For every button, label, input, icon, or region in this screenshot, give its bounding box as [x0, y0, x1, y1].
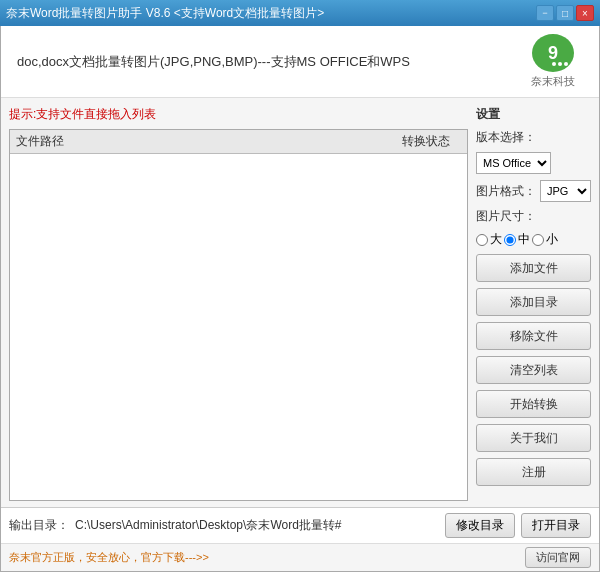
- size-label: 图片尺寸：: [476, 208, 536, 225]
- header-area: doc,docx文档批量转图片(JPG,PNG,BMP)---支持MS OFFI…: [1, 26, 599, 98]
- size-radio-group: 大 中 小: [476, 231, 591, 248]
- clear-list-button[interactable]: 清空列表: [476, 356, 591, 384]
- about-button[interactable]: 关于我们: [476, 424, 591, 452]
- size-small-option: 小: [532, 231, 558, 248]
- header-description: doc,docx文档批量转图片(JPG,PNG,BMP)---支持MS OFFI…: [17, 53, 513, 71]
- col-status-header: 转换状态: [391, 133, 461, 150]
- add-file-button[interactable]: 添加文件: [476, 254, 591, 282]
- format-label: 图片格式：: [476, 183, 536, 200]
- file-table: 文件路径 转换状态: [9, 129, 468, 501]
- output-path: C:\Users\Administrator\Desktop\奈末Word批量转…: [75, 517, 439, 534]
- size-medium-option: 中: [504, 231, 530, 248]
- window-controls: － □ ×: [536, 5, 594, 21]
- settings-label: 设置: [476, 106, 591, 123]
- body-area: 提示:支持文件直接拖入列表 文件路径 转换状态 设置 版本选择： MS Offi…: [1, 98, 599, 507]
- version-row: 版本选择：: [476, 129, 591, 146]
- info-bar: 奈末官方正版，安全放心，官方下载--->> 访问官网: [1, 543, 599, 571]
- size-large-label: 大: [490, 231, 502, 248]
- maximize-button[interactable]: □: [556, 5, 574, 21]
- logo-icon: 9: [532, 34, 574, 72]
- register-button[interactable]: 注册: [476, 458, 591, 486]
- col-filepath-header: 文件路径: [16, 133, 391, 150]
- title-bar: 奈末Word批量转图片助手 V8.6 <支持Word文档批量转图片> － □ ×: [0, 0, 600, 26]
- start-convert-button[interactable]: 开始转换: [476, 390, 591, 418]
- format-row: 图片格式： JPG PNG BMP: [476, 180, 591, 202]
- version-select[interactable]: MS Office WPS: [476, 152, 551, 174]
- logo-dot-2: [558, 62, 562, 66]
- window-title: 奈末Word批量转图片助手 V8.6 <支持Word文档批量转图片>: [6, 5, 536, 22]
- modify-dir-button[interactable]: 修改目录: [445, 513, 515, 538]
- version-label: 版本选择：: [476, 129, 536, 146]
- hint-text: 提示:支持文件直接拖入列表: [9, 104, 468, 125]
- close-button[interactable]: ×: [576, 5, 594, 21]
- table-body: [10, 154, 467, 500]
- table-header: 文件路径 转换状态: [10, 130, 467, 154]
- main-window: doc,docx文档批量转图片(JPG,PNG,BMP)---支持MS OFFI…: [0, 26, 600, 572]
- logo-number: 9: [548, 43, 558, 64]
- info-text: 奈末官方正版，安全放心，官方下载--->>: [9, 550, 209, 565]
- visit-website-button[interactable]: 访问官网: [525, 547, 591, 568]
- logo-dot-3: [564, 62, 568, 66]
- size-medium-radio[interactable]: [504, 234, 516, 246]
- output-label: 输出目录：: [9, 517, 69, 534]
- add-dir-button[interactable]: 添加目录: [476, 288, 591, 316]
- minimize-button[interactable]: －: [536, 5, 554, 21]
- logo-box: 9 奈末科技: [523, 34, 583, 89]
- logo-label: 奈末科技: [531, 74, 575, 89]
- remove-file-button[interactable]: 移除文件: [476, 322, 591, 350]
- logo-dots: [552, 62, 568, 66]
- size-large-radio[interactable]: [476, 234, 488, 246]
- format-select[interactable]: JPG PNG BMP: [540, 180, 591, 202]
- size-row: 图片尺寸：: [476, 208, 591, 225]
- open-dir-button[interactable]: 打开目录: [521, 513, 591, 538]
- left-panel: 提示:支持文件直接拖入列表 文件路径 转换状态: [9, 104, 468, 501]
- size-small-label: 小: [546, 231, 558, 248]
- footer-bar: 输出目录： C:\Users\Administrator\Desktop\奈末W…: [1, 507, 599, 543]
- size-medium-label: 中: [518, 231, 530, 248]
- logo-dot-1: [552, 62, 556, 66]
- version-select-row: MS Office WPS: [476, 152, 591, 174]
- size-large-option: 大: [476, 231, 502, 248]
- right-panel: 设置 版本选择： MS Office WPS 图片格式： JPG PNG BMP: [476, 104, 591, 501]
- size-small-radio[interactable]: [532, 234, 544, 246]
